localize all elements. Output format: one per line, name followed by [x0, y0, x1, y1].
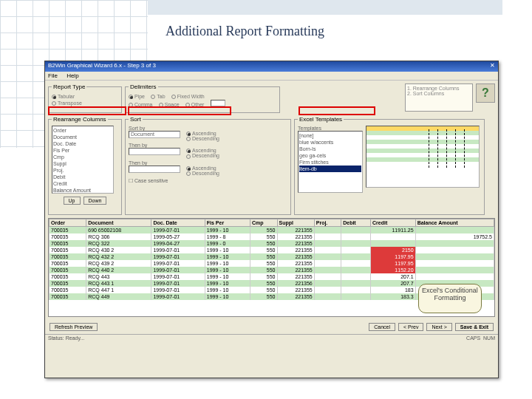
radio-other[interactable]: Other — [185, 102, 205, 107]
slide-title: Additional Report Formatting — [166, 24, 324, 39]
column-header[interactable]: Order — [50, 219, 86, 227]
help-icon: ? — [482, 86, 489, 100]
delimiters-legend: Delimiters — [129, 83, 158, 90]
table-row[interactable]: 700035RCQ 430 21999-07-011999 - 10550221… — [50, 247, 494, 253]
rearrange-group: Rearrange Columns OrderDocumentDoc. Date… — [48, 116, 122, 215]
next-button[interactable]: Next > — [426, 323, 451, 331]
window-controls[interactable]: ✕ — [490, 62, 495, 71]
statusbar: Status: Ready... CAPS NUM — [45, 334, 498, 341]
column-header[interactable]: Doc. Date — [151, 219, 205, 227]
rearrange-legend: Rearrange Columns — [52, 116, 108, 123]
thenby1-dropdown[interactable] — [129, 148, 180, 155]
down-button[interactable]: Down — [83, 197, 107, 205]
instructions-box: 1. Rearrange Columns 2. Sort Columns — [405, 83, 473, 112]
radio-fixed[interactable]: Fixed Width — [171, 94, 205, 99]
radio-comma[interactable]: Comma — [129, 102, 153, 107]
sort-legend: Sort — [129, 116, 143, 123]
column-header[interactable]: Credit — [371, 219, 416, 227]
radio-tab[interactable]: Tab — [151, 94, 165, 99]
list-item[interactable]: Credit — [53, 180, 112, 187]
column-header[interactable]: Debit — [341, 219, 371, 227]
excel-legend: Excel Templates — [298, 116, 344, 123]
list-item[interactable]: Item-db — [299, 166, 361, 172]
list-item[interactable]: Balance Amount — [53, 187, 112, 194]
help-button[interactable]: ? — [476, 83, 495, 103]
template-listbox[interactable]: [none]blue w/accentsBorn-Isgeo ga-celsFi… — [298, 131, 363, 193]
callout-conditional-formatting: Excel's Conditional Formatting — [418, 284, 482, 313]
table-row[interactable]: 700035RCQ 3221999-04-271999 - 0550221355 — [50, 240, 494, 247]
radio-pipe[interactable]: Pipe — [129, 94, 145, 99]
list-item[interactable]: Order — [53, 127, 112, 134]
sort2-asc[interactable]: Ascending — [186, 148, 216, 153]
sort1-asc[interactable]: Ascending — [186, 131, 216, 136]
column-header[interactable]: Suppl — [277, 219, 314, 227]
radio-space[interactable]: Space — [159, 102, 180, 107]
column-header[interactable]: Document — [86, 219, 151, 227]
table-row[interactable]: 700035RCQ 439 21999-07-011999 - 10550221… — [50, 260, 494, 267]
report-type-group: Report Type Tabular Transpose — [48, 83, 122, 113]
prev-button[interactable]: < Prev — [398, 323, 423, 331]
menubar: File Help — [45, 72, 498, 81]
list-item[interactable]: Cmp — [53, 154, 112, 160]
list-item[interactable]: Born-Is — [299, 146, 361, 152]
templates-label: Templates — [298, 126, 363, 131]
sort2-desc[interactable]: Descending — [186, 153, 219, 158]
template-preview — [366, 126, 480, 188]
up-button[interactable]: Up — [64, 197, 81, 205]
sort3-desc[interactable]: Descending — [186, 171, 219, 176]
table-row[interactable]: 700035RCQ 432 21999-07-011999 - 10550221… — [50, 253, 494, 260]
save-exit-button[interactable]: Save & Exit — [455, 323, 494, 331]
column-header[interactable]: Cmp — [250, 219, 277, 227]
list-item[interactable]: Proj. — [53, 167, 112, 174]
column-header[interactable]: Balance Amount — [415, 219, 494, 227]
sort1-desc[interactable]: Descending — [186, 136, 219, 141]
column-header[interactable]: Proj. — [314, 219, 341, 227]
wizard-window: B2Win Graphical Wizard 6.x - Step 3 of 3… — [44, 61, 499, 378]
window-title: B2Win Graphical Wizard 6.x - Step 3 of 3 — [48, 62, 156, 71]
list-item[interactable]: Firm stitches — [299, 159, 361, 166]
table-row[interactable]: 700035690 650021081999-07-011999 - 10550… — [50, 227, 494, 233]
case-checkbox[interactable]: ☐ — [129, 178, 134, 183]
cancel-button[interactable]: Cancel — [369, 323, 395, 331]
titlebar: B2Win Graphical Wizard 6.x - Step 3 of 3… — [45, 61, 498, 72]
status-text: Status: Ready... — [48, 335, 84, 341]
list-item[interactable]: Suppl — [53, 160, 112, 167]
refresh-button[interactable]: Refresh Preview — [50, 323, 98, 331]
excel-templates-group: Excel Templates Templates [none]blue w/a… — [294, 116, 485, 215]
column-header[interactable]: Fis Per — [205, 219, 250, 227]
delimiters-group: Delimiters Pipe Tab Fixed Width Comma Sp… — [125, 83, 280, 113]
list-item[interactable]: Fis Per — [53, 147, 112, 154]
table-row[interactable]: 700035RCQ 440 21999-07-011999 - 10550221… — [50, 267, 494, 273]
list-item[interactable]: geo ga-cels — [299, 152, 361, 159]
menu-help[interactable]: Help — [66, 72, 78, 79]
report-type-legend: Report Type — [52, 83, 86, 90]
thenby2-dropdown[interactable] — [129, 166, 180, 173]
radio-tabular[interactable]: Tabular — [52, 94, 75, 99]
table-row[interactable]: 700035RCQ 3061999-05-271999 - 8550221355… — [50, 233, 494, 240]
radio-transpose[interactable]: Transpose — [52, 100, 82, 106]
other-delim-input[interactable] — [211, 100, 225, 106]
list-item[interactable]: Document — [53, 134, 112, 140]
list-item[interactable]: Doc. Date — [53, 140, 112, 147]
sortby-dropdown[interactable]: Document — [129, 131, 180, 138]
sort3-asc[interactable]: Ascending — [186, 166, 216, 171]
field-listbox[interactable]: OrderDocumentDoc. DateFis PerCmpSupplPro… — [52, 126, 114, 194]
list-item[interactable]: Debit — [53, 174, 112, 180]
sort-group: Sort Sort by Document Ascending Descendi… — [125, 116, 291, 215]
table-row[interactable]: 700035RCQ 4431999-07-011999 - 1055022135… — [50, 273, 494, 280]
menu-file[interactable]: File — [48, 72, 58, 79]
list-item[interactable]: [none] — [299, 132, 361, 139]
slide-topbar — [148, 0, 502, 15]
list-item[interactable]: blue w/accents — [299, 139, 361, 146]
